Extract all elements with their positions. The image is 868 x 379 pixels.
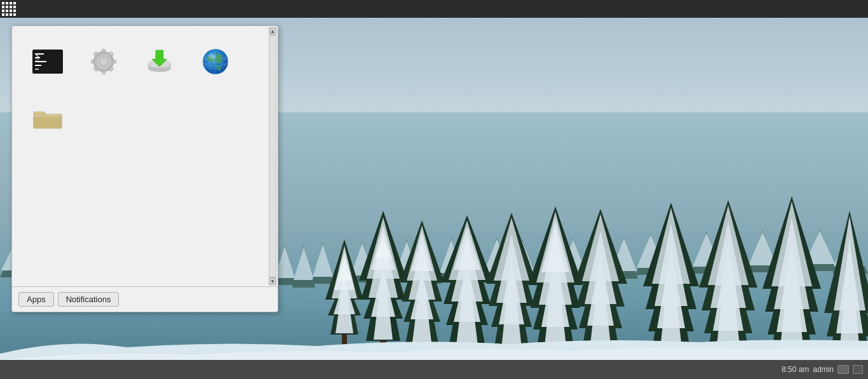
scrollbar-up-button[interactable]: ▲: [269, 27, 276, 35]
clock: 8:50 am: [782, 365, 809, 374]
launcher-footer: Apps Notifications: [12, 286, 278, 312]
svg-rect-182: [35, 69, 39, 70]
svg-rect-181: [35, 65, 41, 66]
taskbar: 8:50 am admin: [0, 360, 868, 379]
apps-grid: _ $: [20, 34, 270, 145]
grid-icon: [2, 2, 17, 17]
svg-rect-179: [35, 57, 40, 58]
install-app-icon[interactable]: [134, 36, 185, 87]
apps-button[interactable]: Apps: [18, 292, 54, 307]
scrollbar-track[interactable]: [269, 35, 276, 277]
files-app-icon[interactable]: [22, 92, 73, 143]
scrollbar-down-button[interactable]: ▼: [269, 277, 276, 285]
display-icon[interactable]: [853, 365, 863, 374]
svg-rect-178: [35, 53, 44, 55]
gear-icon: [88, 46, 119, 77]
globe-icon: [200, 46, 231, 77]
folder-icon: [32, 102, 63, 133]
svg-rect-209: [34, 114, 62, 117]
topbar: [0, 0, 868, 18]
screen-icon[interactable]: [837, 365, 849, 374]
notifications-button[interactable]: Notifications: [58, 292, 119, 307]
settings-app-icon[interactable]: [78, 36, 129, 87]
download-icon: [144, 46, 175, 77]
launcher-panel: _ $: [11, 25, 278, 312]
svg-point-207: [208, 54, 215, 59]
terminal-app-icon[interactable]: _ $: [22, 36, 73, 87]
username: admin: [813, 365, 834, 374]
launcher-scrollbar: ▲ ▼: [269, 27, 276, 285]
grid-menu-button[interactable]: [0, 0, 18, 18]
browser-app-icon[interactable]: [190, 36, 241, 87]
svg-rect-180: [35, 61, 46, 62]
terminal-icon: _ $: [32, 46, 63, 77]
launcher-scrollarea: _ $: [12, 26, 278, 286]
